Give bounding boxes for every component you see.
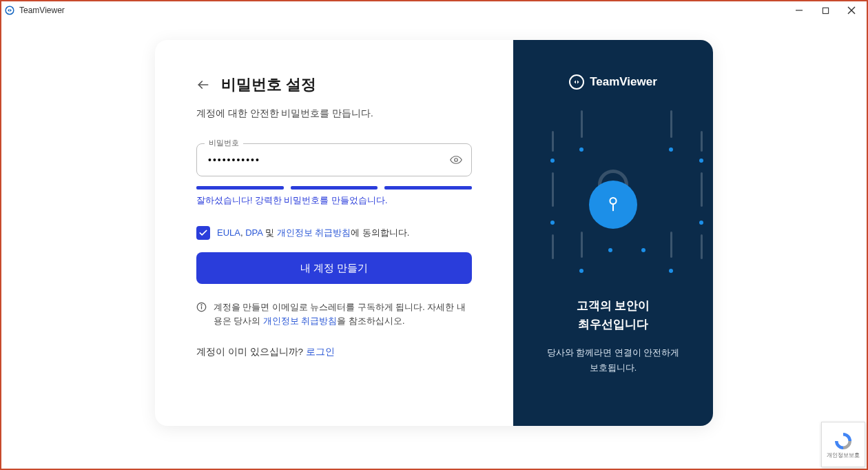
- titlebar: TeamViewer: [1, 1, 867, 19]
- newsletter-info: 계정을 만들면 이메일로 뉴스레터를 구독하게 됩니다. 자세한 내용은 당사의…: [196, 300, 472, 328]
- signin-link[interactable]: 로그인: [306, 347, 335, 357]
- svg-point-0: [6, 6, 14, 14]
- promo-panel: TeamViewer: [513, 40, 713, 426]
- strength-bar: [196, 186, 284, 190]
- password-label: 비밀번호: [205, 138, 243, 148]
- minimize-button[interactable]: [792, 3, 806, 17]
- svg-point-6: [455, 159, 458, 162]
- info-icon: [196, 302, 207, 328]
- consent-checkbox[interactable]: [196, 226, 210, 240]
- brand-text: TeamViewer: [590, 75, 657, 89]
- promo-description: 당사와 함께라면 연결이 안전하게 보호됩니다.: [547, 346, 679, 376]
- dpa-link[interactable]: DPA: [245, 227, 262, 238]
- teamviewer-logo: TeamViewer: [569, 74, 657, 90]
- recaptcha-label: 개인정보보호: [827, 451, 860, 459]
- consent-text: EULA, DPA 및 개인정보 취급방침에 동의합니다.: [217, 227, 409, 239]
- privacy-link-2[interactable]: 개인정보 취급방침: [263, 316, 337, 326]
- strength-bar: [384, 186, 472, 190]
- consent-row: EULA, DPA 및 개인정보 취급방침에 동의합니다.: [196, 226, 472, 240]
- maximize-button[interactable]: [818, 3, 832, 17]
- lock-icon: [589, 181, 637, 229]
- svg-point-10: [610, 198, 616, 204]
- create-account-button[interactable]: 내 계정 만들기: [196, 252, 472, 284]
- eula-link[interactable]: EULA: [217, 227, 240, 238]
- svg-point-9: [201, 305, 202, 305]
- back-arrow-icon[interactable]: [196, 78, 210, 92]
- recaptcha-badge[interactable]: 개인정보보호: [821, 422, 865, 467]
- svg-rect-2: [823, 8, 828, 13]
- signin-row: 계정이 이미 있으십니까? 로그인: [196, 346, 472, 358]
- security-illustration: [533, 110, 694, 289]
- password-input[interactable]: [196, 143, 472, 176]
- recaptcha-icon: [833, 431, 854, 451]
- signup-card: 비밀번호 설정 계정에 대한 안전한 비밀번호를 만듭니다. 비밀번호 잘하셨습…: [155, 40, 713, 426]
- app-icon: [4, 5, 15, 16]
- password-field-wrap: 비밀번호: [196, 143, 472, 176]
- privacy-link[interactable]: 개인정보 취급방침: [277, 227, 351, 238]
- close-button[interactable]: [845, 3, 858, 17]
- password-strength-meter: [196, 186, 472, 190]
- page-subtitle: 계정에 대한 안전한 비밀번호를 만듭니다.: [196, 108, 472, 120]
- strength-bar: [291, 186, 378, 190]
- password-strength-text: 잘하셨습니다! 강력한 비밀번호를 만들었습니다.: [196, 195, 472, 207]
- window-title: TeamViewer: [19, 6, 65, 15]
- eye-icon[interactable]: [450, 154, 462, 166]
- form-panel: 비밀번호 설정 계정에 대한 안전한 비밀번호를 만듭니다. 비밀번호 잘하셨습…: [155, 40, 513, 426]
- logo-mark-icon: [569, 74, 584, 90]
- promo-title: 고객의 보안이 최우선입니다: [577, 296, 650, 334]
- page-title: 비밀번호 설정: [221, 74, 316, 95]
